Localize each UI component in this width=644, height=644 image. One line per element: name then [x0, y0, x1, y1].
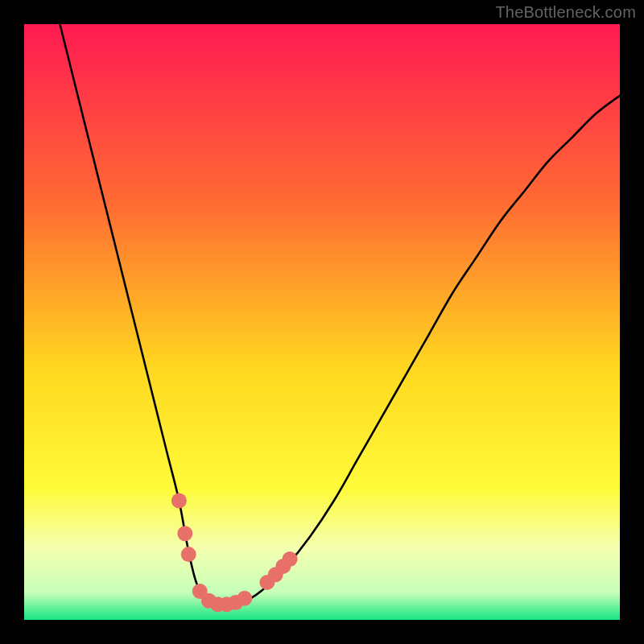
highlight-marker: [283, 551, 298, 567]
gradient-background: [24, 24, 620, 620]
highlight-marker: [171, 493, 187, 509]
chart-frame: [24, 24, 620, 620]
watermark-text: TheBottleneck.com: [495, 3, 636, 22]
highlight-marker: [181, 547, 196, 562]
highlight-marker: [177, 526, 192, 541]
bottleneck-plot: [24, 24, 620, 620]
highlight-marker: [237, 591, 252, 606]
